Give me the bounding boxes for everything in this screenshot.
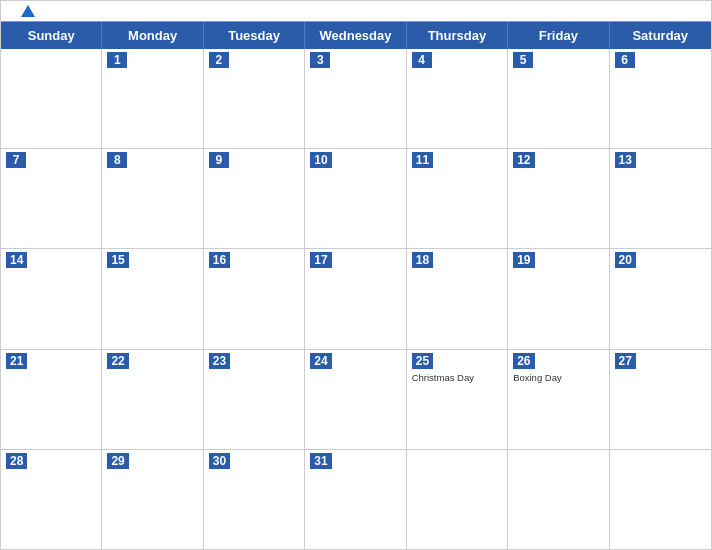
weeks-container: 1234567891011121314151617181920212223242… (1, 49, 711, 549)
day-cell: 6 (610, 49, 711, 148)
day-header-sunday: Sunday (1, 22, 102, 49)
day-cell: 25Christmas Day (407, 350, 508, 449)
day-number: 3 (310, 52, 330, 68)
day-number: 19 (513, 252, 534, 268)
day-number: 7 (6, 152, 26, 168)
day-cell: 2 (204, 49, 305, 148)
week-row-1: 78910111213 (1, 149, 711, 249)
day-number: 17 (310, 252, 331, 268)
holiday-label: Christmas Day (412, 372, 502, 383)
week-row-0: 123456 (1, 49, 711, 149)
week-row-3: 2122232425Christmas Day26Boxing Day27 (1, 350, 711, 450)
day-number: 28 (6, 453, 27, 469)
day-number: 29 (107, 453, 128, 469)
day-cell: 27 (610, 350, 711, 449)
day-number: 4 (412, 52, 432, 68)
day-cell (610, 450, 711, 549)
day-number: 23 (209, 353, 230, 369)
day-number: 18 (412, 252, 433, 268)
day-cell: 21 (1, 350, 102, 449)
day-cell: 4 (407, 49, 508, 148)
day-number (615, 453, 635, 455)
day-cell: 31 (305, 450, 406, 549)
logo-blue-text (21, 5, 37, 17)
day-cell: 24 (305, 350, 406, 449)
day-number: 11 (412, 152, 433, 168)
logo (21, 5, 37, 17)
day-cell: 11 (407, 149, 508, 248)
day-number: 30 (209, 453, 230, 469)
day-cell: 18 (407, 249, 508, 348)
holiday-label: Boxing Day (513, 372, 603, 383)
day-header-thursday: Thursday (407, 22, 508, 49)
day-number: 2 (209, 52, 229, 68)
day-number: 6 (615, 52, 635, 68)
day-cell (407, 450, 508, 549)
day-cell: 7 (1, 149, 102, 248)
day-number (513, 453, 533, 455)
day-header-monday: Monday (102, 22, 203, 49)
day-number (6, 52, 26, 54)
day-number: 25 (412, 353, 433, 369)
day-cell (508, 450, 609, 549)
day-cell: 9 (204, 149, 305, 248)
day-cell: 20 (610, 249, 711, 348)
day-number: 16 (209, 252, 230, 268)
day-cell: 14 (1, 249, 102, 348)
day-cell: 17 (305, 249, 406, 348)
day-number: 12 (513, 152, 534, 168)
calendar-grid: SundayMondayTuesdayWednesdayThursdayFrid… (1, 21, 711, 549)
day-number: 15 (107, 252, 128, 268)
day-number: 10 (310, 152, 331, 168)
day-number: 21 (6, 353, 27, 369)
day-number: 24 (310, 353, 331, 369)
day-header-tuesday: Tuesday (204, 22, 305, 49)
day-number: 1 (107, 52, 127, 68)
day-number: 9 (209, 152, 229, 168)
day-cell: 8 (102, 149, 203, 248)
day-cell (1, 49, 102, 148)
calendar: SundayMondayTuesdayWednesdayThursdayFrid… (0, 0, 712, 550)
day-number: 27 (615, 353, 636, 369)
day-cell: 23 (204, 350, 305, 449)
day-cell: 28 (1, 450, 102, 549)
day-cell: 16 (204, 249, 305, 348)
day-number: 14 (6, 252, 27, 268)
day-cell: 26Boxing Day (508, 350, 609, 449)
logo-triangle-icon (21, 5, 35, 17)
day-number: 13 (615, 152, 636, 168)
calendar-header (1, 1, 711, 21)
day-headers: SundayMondayTuesdayWednesdayThursdayFrid… (1, 22, 711, 49)
day-header-wednesday: Wednesday (305, 22, 406, 49)
day-cell: 29 (102, 450, 203, 549)
day-cell: 15 (102, 249, 203, 348)
day-header-saturday: Saturday (610, 22, 711, 49)
day-number: 31 (310, 453, 331, 469)
day-cell: 3 (305, 49, 406, 148)
day-cell: 19 (508, 249, 609, 348)
day-cell: 1 (102, 49, 203, 148)
day-number: 26 (513, 353, 534, 369)
week-row-4: 28293031 (1, 450, 711, 549)
day-cell: 22 (102, 350, 203, 449)
day-number: 5 (513, 52, 533, 68)
week-row-2: 14151617181920 (1, 249, 711, 349)
day-cell: 5 (508, 49, 609, 148)
day-number: 20 (615, 252, 636, 268)
day-number (412, 453, 432, 455)
day-cell: 13 (610, 149, 711, 248)
day-cell: 30 (204, 450, 305, 549)
day-header-friday: Friday (508, 22, 609, 49)
day-number: 22 (107, 353, 128, 369)
day-number: 8 (107, 152, 127, 168)
day-cell: 12 (508, 149, 609, 248)
day-cell: 10 (305, 149, 406, 248)
